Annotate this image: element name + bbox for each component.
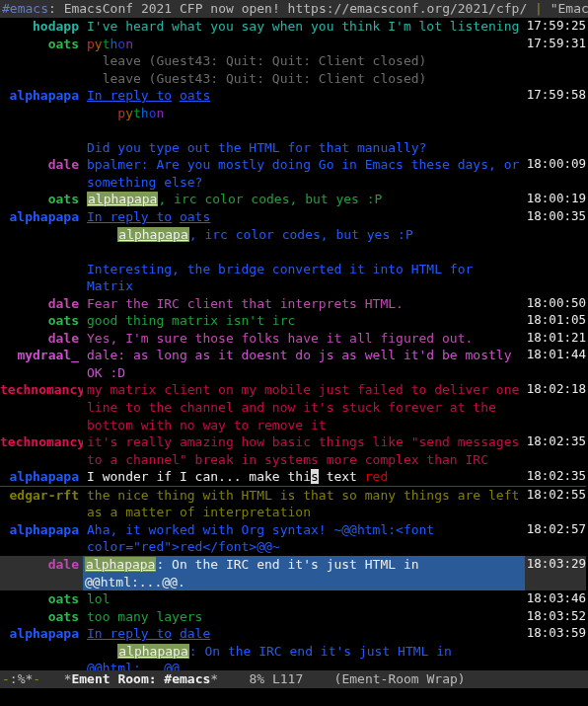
nick: oats xyxy=(0,608,83,626)
timestamp: 17:59:31 xyxy=(525,36,586,52)
nick: oats xyxy=(0,191,83,208)
message-body: In reply to oats xyxy=(83,87,525,105)
timestamp: 18:03:52 xyxy=(525,608,586,625)
chat-row: leave (Guest43: Quit: Quit: Client close… xyxy=(0,52,586,70)
message-body: alphapapa: On the IRC end it's just HTML… xyxy=(83,643,525,670)
timestamp: 18:01:05 xyxy=(525,312,586,329)
timestamp: 18:01:44 xyxy=(525,347,586,363)
mode-room: Ement Room: #emacs xyxy=(71,671,210,686)
message-body: dale: as long as it doesnt do js as well… xyxy=(83,347,525,381)
mode-star-r: * xyxy=(210,671,218,686)
chat-row: alphapapa In reply to dale 18:03:59 xyxy=(0,625,586,643)
chat-row: alphapapa In reply to oats 18:00:35 xyxy=(0,208,586,226)
nick: edgar-rft xyxy=(0,487,83,505)
nick: alphapapa xyxy=(0,521,83,539)
timestamp: 17:59:58 xyxy=(525,87,586,104)
chat-row: edgar-rft the nice thing with HTML is th… xyxy=(0,487,586,521)
chat-row: technomancy it's really amazing how basi… xyxy=(0,433,586,468)
chat-row: oats lol 18:03:46 xyxy=(0,590,586,608)
timestamp: 17:59:25 xyxy=(525,18,586,35)
message-body: lol xyxy=(83,590,525,608)
timestamp: 18:00:19 xyxy=(525,191,586,207)
chat-row: oats good thing matrix isn't irc 18:01:0… xyxy=(0,312,586,330)
chat-row: alphapapa I wonder if I can... make this… xyxy=(0,468,586,487)
chat-row: dale Fear the IRC client that interprets… xyxy=(0,295,586,313)
chat-row: alphapapa, irc color codes, but yes :P xyxy=(0,226,586,244)
nick: alphapapa xyxy=(0,625,83,643)
mode-pos: 8% xyxy=(249,671,264,686)
chat-row: Did you type out the HTML for that manua… xyxy=(0,139,586,157)
chat-row: technomancy my matrix client on my mobil… xyxy=(0,381,586,433)
chat-row: Interesting, the bridge converted it int… xyxy=(0,261,586,295)
message-body: leave (Guest43: Quit: Quit: Client close… xyxy=(83,52,525,70)
nick: dale xyxy=(0,295,83,313)
message-body: Yes, I'm sure those folks have it all fi… xyxy=(83,330,525,348)
nick: technomancy xyxy=(0,433,83,451)
timestamp: 18:00:35 xyxy=(525,208,586,225)
nick: dale xyxy=(0,556,83,574)
chat-row xyxy=(0,243,586,261)
header-colon: : xyxy=(48,1,56,16)
message-body: Interesting, the bridge converted it int… xyxy=(83,261,525,295)
message-body: good thing matrix isn't irc xyxy=(83,312,525,330)
nick: dale xyxy=(0,330,83,348)
message-body: I've heard what you say when you think I… xyxy=(83,18,525,36)
header-topic-1: EmacsConf 2021 CFP now open! https://ema… xyxy=(64,1,528,16)
chat-row: hodapp I've heard what you say when you … xyxy=(0,18,586,36)
chat-row: dale Yes, I'm sure those folks have it a… xyxy=(0,330,586,348)
chat-row: dale bpalmer: Are you mostly doing Go in… xyxy=(0,156,586,191)
nick: hodapp xyxy=(0,18,83,36)
chat-row: oats too many layers 18:03:52 xyxy=(0,608,586,626)
message-body: python xyxy=(83,36,525,53)
chat-row xyxy=(0,121,586,139)
timestamp: 18:00:50 xyxy=(525,295,586,312)
mode-line-no: L117 xyxy=(272,671,303,686)
message-body: it's really amazing how basic things lik… xyxy=(83,433,525,468)
message-body: I wonder if I can... make this text red xyxy=(83,468,525,486)
mode-dash-l: - xyxy=(2,671,10,686)
chat-log[interactable]: hodapp I've heard what you say when you … xyxy=(0,18,588,670)
timestamp: 18:03:29 xyxy=(525,556,586,573)
timestamp: 18:01:21 xyxy=(525,330,586,347)
timestamp: 18:02:18 xyxy=(525,381,586,398)
chat-row: mydraal_ dale: as long as it doesnt do j… xyxy=(0,347,586,381)
chat-row: leave (Guest43: Quit: Quit: Client close… xyxy=(0,70,586,88)
echo-area[interactable] xyxy=(0,688,588,706)
message-body: my matrix client on my mobile just faile… xyxy=(83,381,525,433)
message-body: In reply to dale xyxy=(83,625,525,643)
mode-modes: (Ement-Room Wrap) xyxy=(334,671,466,686)
message-body: too many layers xyxy=(83,608,525,626)
message-body: Aha, it worked with Org syntax! ~@@html:… xyxy=(83,521,525,556)
message-body: alphapapa, irc color codes, but yes :P xyxy=(83,226,525,244)
nick: technomancy xyxy=(0,381,83,399)
nick: dale xyxy=(0,156,83,174)
mode-dash-r: - xyxy=(33,671,40,686)
timestamp: 18:02:57 xyxy=(525,521,586,538)
timestamp: 18:02:35 xyxy=(525,433,586,450)
nick: oats xyxy=(0,312,83,330)
message-body: bpalmer: Are you mostly doing Go in Emac… xyxy=(83,156,525,191)
nick: oats xyxy=(0,590,83,608)
message-body: python xyxy=(83,105,525,122)
message-body: alphapapa, irc color codes, but yes :P xyxy=(83,191,525,208)
mode-line: -:%*- *Ement Room: #emacs* 8% L117 (Emen… xyxy=(0,670,588,688)
timestamp: 18:00:09 xyxy=(525,156,586,173)
message-body: alphapapa: On the IRC end it's just HTML… xyxy=(83,556,525,590)
mode-flags: :%* xyxy=(10,671,33,686)
chat-row: alphapapa: On the IRC end it's just HTML… xyxy=(0,643,586,670)
timestamp: 18:02:35 xyxy=(525,468,586,485)
timestamp: 18:02:55 xyxy=(525,487,586,504)
message-body: In reply to oats xyxy=(83,208,525,226)
chat-row: oats alphapapa, irc color codes, but yes… xyxy=(0,191,586,208)
chat-row: alphapapa Aha, it worked with Org syntax… xyxy=(0,521,586,556)
header-channel: #emacs xyxy=(2,1,48,16)
message-body: leave (Guest43: Quit: Quit: Client close… xyxy=(83,70,525,88)
header-topic-2: "Emacs is a co xyxy=(551,1,588,16)
nick: mydraal_ xyxy=(0,347,83,364)
timestamp: 18:03:59 xyxy=(525,625,586,642)
chat-row: alphapapa In reply to oats 17:59:58 xyxy=(0,87,586,105)
message-body: Did you type out the HTML for that manua… xyxy=(83,139,525,157)
nick: alphapapa xyxy=(0,208,83,226)
nick: alphapapa xyxy=(0,468,83,486)
message-body: the nice thing with HTML is that so many… xyxy=(83,487,525,521)
